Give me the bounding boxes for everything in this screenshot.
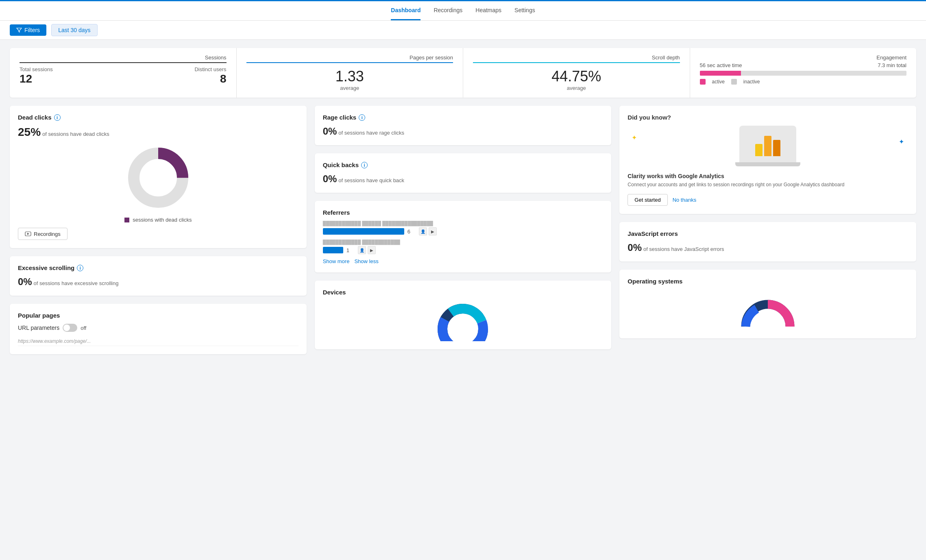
excessive-scrolling-info-icon[interactable]: i [77,265,83,271]
did-you-know-card: Did you know? ✦ ✦ [619,106,916,214]
os-donut [628,290,908,330]
top-nav: Dashboard Recordings Heatmaps Settings [0,1,926,21]
get-started-button[interactable]: Get started [628,194,667,206]
dead-clicks-pct: 25% [18,126,41,138]
nav-recordings[interactable]: Recordings [434,1,462,20]
toggle-knob [63,325,70,331]
url-params-value: off [81,325,86,331]
bar-2 [764,136,771,156]
referrer-user-icon-2[interactable]: 👤 [358,246,366,254]
total-sessions-value: 12 [20,72,53,85]
active-time-label: 56 sec active time [700,62,742,68]
show-less-button[interactable]: Show less [354,258,378,264]
scroll-stat: Scroll depth 44.75% average [463,48,690,98]
did-you-know-desc: Connect your accounts and get links to s… [628,182,908,187]
bar-1 [755,144,763,156]
rage-clicks-pct: 0% [323,126,337,137]
active-legend-label: active [712,79,725,85]
referrer-bar-wrap-1: 6 👤 ▶ [323,227,604,235]
show-more-button[interactable]: Show more [323,258,350,264]
quick-backs-info-icon[interactable]: i [361,162,368,168]
scroll-avg-label: average [473,85,680,91]
js-errors-desc: of sessions have JavaScript errors [643,246,724,252]
total-sessions-label: Total sessions [20,66,53,72]
devices-donut [323,301,604,341]
sparkle-left-icon: ✦ [632,134,637,142]
cards-row: Dead clicks i 25% of sessions have dead … [10,106,916,354]
referrer-count-2: 1 [346,247,355,253]
mini-bar-chart [755,132,780,156]
dead-clicks-chart [126,145,191,210]
url-params-toggle[interactable] [63,324,77,332]
pages-avg-label: average [246,85,453,91]
engagement-stat: Engagement 56 sec active time 7.3 min to… [690,48,917,98]
dead-clicks-legend-label: sessions with dead clicks [133,217,192,223]
active-legend-dot [700,79,706,85]
os-card: Operating systems [619,270,916,338]
js-errors-title: JavaScript errors [628,230,908,237]
referrer-user-icon-1[interactable]: 👤 [419,227,427,235]
did-you-know-image: ✦ ✦ [628,126,908,166]
nav-settings[interactable]: Settings [514,1,535,20]
dead-clicks-donut [18,145,298,210]
nav-dashboard[interactable]: Dashboard [391,1,421,20]
quick-backs-desc: of sessions have quick back [338,177,404,183]
date-range-button[interactable]: Last 30 days [51,24,97,36]
sessions-header: Sessions [20,54,227,63]
popular-page-url: https://www.example.com/page/... [18,337,298,346]
referrer-count-1: 6 [407,229,416,235]
referrers-card: Referrers ████████████ ██████ ██████████… [315,201,612,272]
right-col: Did you know? ✦ ✦ [619,106,916,354]
nav-heatmaps[interactable]: Heatmaps [475,1,501,20]
filter-icon [16,27,22,33]
referrer-bar-2 [323,247,343,253]
dead-clicks-info-icon[interactable]: i [54,114,61,121]
left-col: Dead clicks i 25% of sessions have dead … [10,106,307,354]
pages-value: 1.33 [246,68,453,85]
svg-marker-3 [27,233,29,235]
os-chart [735,290,800,330]
did-you-know-heading: Clarity works with Google Analytics [628,173,908,179]
referrer-bar-wrap-2: 1 👤 ▶ [323,246,604,254]
rage-clicks-info-icon[interactable]: i [359,114,365,121]
recordings-icon [25,231,31,237]
devices-card: Devices [315,281,612,349]
referrer-play-icon-2[interactable]: ▶ [368,246,376,254]
os-title: Operating systems [628,278,908,285]
engagement-legend: active inactive [700,79,907,85]
filter-button[interactable]: Filters [10,24,46,36]
rage-clicks-card: Rage clicks i 0% of sessions have rage c… [315,106,612,145]
excessive-scrolling-title: Excessive scrolling i [18,264,298,271]
devices-chart [434,301,491,341]
js-errors-pct: 0% [628,242,642,253]
popular-pages-title: Popular pages [18,312,298,319]
referrer-label-2: ████████████ ████████████ [323,240,604,244]
dead-clicks-card: Dead clicks i 25% of sessions have dead … [10,106,307,248]
laptop-base [735,162,800,166]
url-params-label: URL parameters [18,325,59,331]
referrer-icons-2: 👤 ▶ [358,246,376,254]
laptop-screen [739,126,796,162]
total-time-label: 7.3 min total [878,62,906,68]
bar-3 [773,140,780,156]
quick-backs-pct: 0% [323,173,337,184]
did-you-know-title: Did you know? [628,114,908,121]
distinct-users-label: Distinct users [194,66,226,72]
inactive-legend-label: inactive [743,79,760,85]
no-thanks-button[interactable]: No thanks [673,197,697,203]
sparkle-right-icon: ✦ [899,138,904,146]
laptop-graphic [735,126,800,166]
url-params-row: URL parameters off [18,324,298,332]
excessive-scrolling-pct: 0% [18,276,32,287]
quick-backs-card: Quick backs i 0% of sessions have quick … [315,153,612,193]
referrer-play-icon-1[interactable]: ▶ [429,227,437,235]
dead-clicks-legend: sessions with dead clicks [18,217,298,223]
quick-backs-title: Quick backs i [323,161,604,168]
recordings-button[interactable]: Recordings [18,228,68,240]
referrers-title: Referrers [323,209,604,216]
scroll-header: Scroll depth [473,54,680,63]
engagement-header: Engagement [700,54,907,61]
nav-links: Dashboard Recordings Heatmaps Settings [391,1,535,20]
main-content: Sessions Total sessions 12 Distinct user… [0,40,926,362]
popular-pages-card: Popular pages URL parameters off https:/… [10,304,307,354]
